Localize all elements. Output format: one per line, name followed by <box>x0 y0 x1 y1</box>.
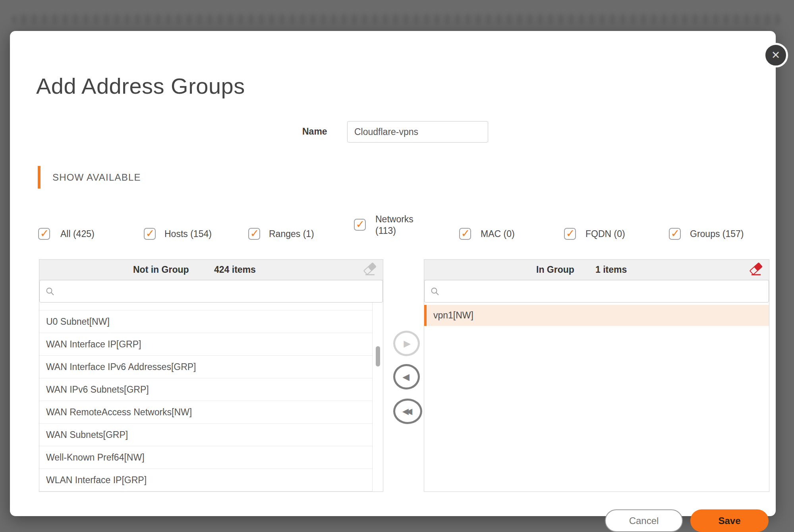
search-input[interactable] <box>444 280 769 303</box>
name-input[interactable] <box>347 121 488 143</box>
in-group-title: In Group <box>536 264 574 275</box>
list-item[interactable]: WAN RemoteAccess Networks[NW] <box>39 401 373 424</box>
scrollbar-track[interactable] <box>372 303 383 492</box>
in-group-panel: In Group 1 items vpn1[NW] <box>424 259 769 492</box>
name-label: Name <box>302 126 327 137</box>
in-group-count: 1 items <box>595 264 627 275</box>
double-arrow-left-icon: ◀◀ <box>402 407 410 416</box>
in-group-header: In Group 1 items <box>424 260 769 280</box>
section-accent-bar <box>38 166 41 189</box>
scrolled-partial-row <box>39 303 373 310</box>
not-in-group-panel: Not in Group 424 items U0 Subne <box>39 259 383 492</box>
checkbox-networks[interactable]: ✓ <box>354 219 366 231</box>
cancel-button[interactable]: Cancel <box>605 509 683 532</box>
checkbox-groups[interactable]: ✓ <box>669 228 681 240</box>
check-icon: ✓ <box>671 227 680 240</box>
arrow-right-icon: ▶ <box>404 338 411 349</box>
list-item[interactable]: WAN IPv6 Subnets[GRP] <box>39 378 373 401</box>
save-button[interactable]: Save <box>690 509 769 532</box>
clear-selection-eraser-icon[interactable] <box>362 262 377 277</box>
list-item-selected[interactable]: vpn1[NW] <box>424 305 769 326</box>
check-icon: ✓ <box>40 227 49 240</box>
check-icon: ✓ <box>461 227 470 240</box>
checkbox-fqdn[interactable]: ✓ <box>564 228 576 240</box>
search-input[interactable] <box>59 280 383 303</box>
move-right-button[interactable]: ▶ <box>393 331 420 356</box>
checkbox-hosts-label[interactable]: Hosts (154) <box>164 229 212 239</box>
not-in-group-list: U0 Subnet[NW] WAN Interface IP[GRP] WAN … <box>39 303 383 492</box>
checkbox-fqdn-label[interactable]: FQDN (0) <box>585 229 625 239</box>
page-title: Add Address Groups <box>36 73 245 99</box>
move-left-button[interactable]: ◀ <box>393 364 420 389</box>
not-in-group-count: 424 items <box>214 264 256 275</box>
checkbox-all[interactable]: ✓ <box>38 228 50 240</box>
list-item[interactable]: Well-Known Pref64[NW] <box>39 446 373 469</box>
list-item[interactable]: WAN Interface IP[GRP] <box>39 333 373 356</box>
checkbox-mac[interactable]: ✓ <box>459 228 471 240</box>
check-icon: ✓ <box>250 227 259 240</box>
checkbox-mac-label[interactable]: MAC (0) <box>481 229 515 239</box>
arrow-left-icon: ◀ <box>402 372 410 382</box>
in-group-list: vpn1[NW] <box>424 303 769 492</box>
background-app-blur <box>12 14 782 25</box>
checkbox-hosts[interactable]: ✓ <box>144 228 156 240</box>
list-item[interactable]: WAN Subnets[GRP] <box>39 424 373 446</box>
add-address-groups-dialog: Add Address Groups Name SHOW AVAILABLE ✓… <box>10 31 776 516</box>
check-icon: ✓ <box>146 227 155 240</box>
close-icon[interactable]: ✕ <box>763 43 788 67</box>
check-icon: ✓ <box>356 218 365 231</box>
search-icon <box>45 287 55 296</box>
remove-all-eraser-icon[interactable] <box>748 262 763 277</box>
search-icon <box>430 287 440 296</box>
check-icon: ✓ <box>566 227 575 240</box>
in-group-search[interactable] <box>424 280 769 303</box>
not-in-group-header: Not in Group 424 items <box>39 260 383 280</box>
checkbox-networks-label[interactable]: Networks (113) <box>375 214 421 237</box>
not-in-group-title: Not in Group <box>133 264 189 275</box>
scrollbar-thumb[interactable] <box>376 346 380 366</box>
list-item[interactable]: WAN Interface IPv6 Addresses[GRP] <box>39 356 373 378</box>
list-item[interactable]: WLAN Interface IP[GRP] <box>39 469 373 492</box>
checkbox-ranges[interactable]: ✓ <box>248 228 260 240</box>
checkbox-ranges-label[interactable]: Ranges (1) <box>269 229 314 239</box>
not-in-group-search[interactable] <box>39 280 383 303</box>
show-available-label: SHOW AVAILABLE <box>52 172 141 183</box>
checkbox-groups-label[interactable]: Groups (157) <box>690 229 744 239</box>
move-all-left-button[interactable]: ◀◀ <box>393 399 422 424</box>
list-item[interactable]: U0 Subnet[NW] <box>39 310 373 333</box>
checkbox-all-label[interactable]: All (425) <box>60 229 95 239</box>
